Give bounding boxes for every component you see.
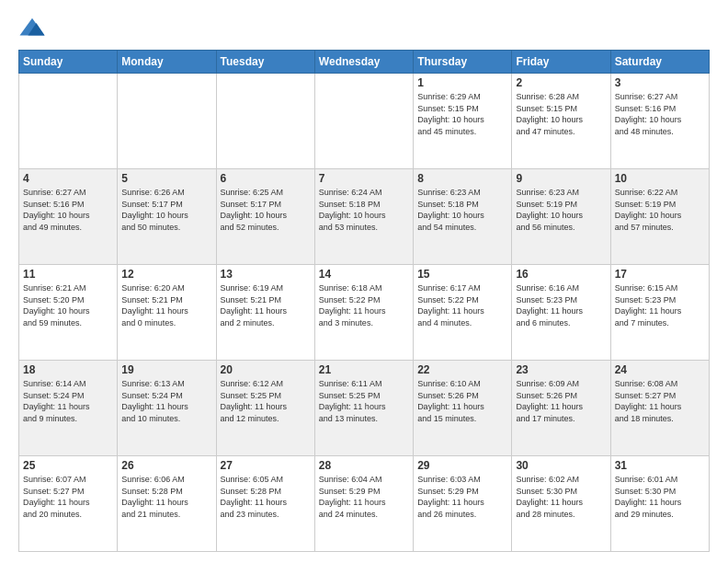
day-header: Thursday: [414, 51, 512, 74]
calendar-cell: 16Sunrise: 6:16 AM Sunset: 5:23 PM Dayli…: [512, 265, 610, 361]
calendar-week: 4Sunrise: 6:27 AM Sunset: 5:16 PM Daylig…: [19, 169, 710, 265]
day-info: Sunrise: 6:25 AM Sunset: 5:17 PM Dayligh…: [221, 187, 311, 233]
logo-icon: [18, 15, 46, 42]
day-info: Sunrise: 6:29 AM Sunset: 5:15 PM Dayligh…: [417, 91, 507, 137]
header-row: SundayMondayTuesdayWednesdayThursdayFrid…: [19, 51, 710, 74]
day-number: 13: [221, 268, 311, 281]
day-number: 14: [319, 268, 409, 281]
day-info: Sunrise: 6:17 AM Sunset: 5:22 PM Dayligh…: [417, 282, 507, 328]
calendar-cell: 13Sunrise: 6:19 AM Sunset: 5:21 PM Dayli…: [216, 265, 314, 361]
day-info: Sunrise: 6:23 AM Sunset: 5:18 PM Dayligh…: [417, 187, 507, 233]
day-info: Sunrise: 6:06 AM Sunset: 5:28 PM Dayligh…: [121, 474, 211, 520]
day-info: Sunrise: 6:12 AM Sunset: 5:25 PM Dayligh…: [221, 378, 311, 424]
calendar-header: SundayMondayTuesdayWednesdayThursdayFrid…: [19, 51, 710, 74]
day-info: Sunrise: 6:16 AM Sunset: 5:23 PM Dayligh…: [516, 282, 606, 328]
day-info: Sunrise: 6:19 AM Sunset: 5:21 PM Dayligh…: [221, 282, 311, 328]
calendar-cell: 3Sunrise: 6:27 AM Sunset: 5:16 PM Daylig…: [610, 74, 709, 169]
day-number: 29: [417, 459, 507, 472]
day-number: 27: [221, 459, 311, 472]
day-info: Sunrise: 6:22 AM Sunset: 5:19 PM Dayligh…: [615, 187, 705, 233]
day-info: Sunrise: 6:14 AM Sunset: 5:24 PM Dayligh…: [23, 378, 113, 424]
calendar: SundayMondayTuesdayWednesdayThursdayFrid…: [18, 50, 710, 552]
calendar-cell: 4Sunrise: 6:27 AM Sunset: 5:16 PM Daylig…: [19, 169, 118, 265]
day-number: 16: [516, 268, 606, 281]
day-number: 26: [121, 459, 211, 472]
day-number: 2: [516, 76, 606, 89]
day-number: 6: [221, 172, 311, 185]
day-info: Sunrise: 6:11 AM Sunset: 5:25 PM Dayligh…: [319, 378, 409, 424]
calendar-cell: 23Sunrise: 6:09 AM Sunset: 5:26 PM Dayli…: [512, 361, 610, 456]
day-number: 9: [516, 172, 606, 185]
calendar-week: 1Sunrise: 6:29 AM Sunset: 5:15 PM Daylig…: [19, 74, 710, 169]
calendar-cell: [216, 74, 314, 169]
day-number: 8: [417, 172, 507, 185]
calendar-body: 1Sunrise: 6:29 AM Sunset: 5:15 PM Daylig…: [19, 74, 710, 552]
calendar-cell: 12Sunrise: 6:20 AM Sunset: 5:21 PM Dayli…: [118, 265, 216, 361]
day-number: 1: [417, 76, 507, 89]
day-info: Sunrise: 6:09 AM Sunset: 5:26 PM Dayligh…: [516, 378, 606, 424]
calendar-cell: 19Sunrise: 6:13 AM Sunset: 5:24 PM Dayli…: [118, 361, 216, 456]
day-info: Sunrise: 6:28 AM Sunset: 5:15 PM Dayligh…: [516, 91, 606, 137]
calendar-cell: 28Sunrise: 6:04 AM Sunset: 5:29 PM Dayli…: [314, 456, 413, 552]
day-number: 19: [121, 363, 211, 376]
calendar-cell: 17Sunrise: 6:15 AM Sunset: 5:23 PM Dayli…: [610, 265, 709, 361]
day-number: 11: [23, 268, 113, 281]
day-number: 20: [221, 363, 311, 376]
calendar-cell: 24Sunrise: 6:08 AM Sunset: 5:27 PM Dayli…: [610, 361, 709, 456]
day-info: Sunrise: 6:23 AM Sunset: 5:19 PM Dayligh…: [516, 187, 606, 233]
day-info: Sunrise: 6:20 AM Sunset: 5:21 PM Dayligh…: [121, 282, 211, 328]
day-number: 22: [417, 363, 507, 376]
day-number: 15: [417, 268, 507, 281]
day-info: Sunrise: 6:03 AM Sunset: 5:29 PM Dayligh…: [417, 474, 507, 520]
calendar-cell: 7Sunrise: 6:24 AM Sunset: 5:18 PM Daylig…: [314, 169, 413, 265]
calendar-cell: 6Sunrise: 6:25 AM Sunset: 5:17 PM Daylig…: [216, 169, 314, 265]
calendar-cell: 15Sunrise: 6:17 AM Sunset: 5:22 PM Dayli…: [414, 265, 512, 361]
day-number: 30: [516, 459, 606, 472]
calendar-cell: 25Sunrise: 6:07 AM Sunset: 5:27 PM Dayli…: [19, 456, 118, 552]
day-info: Sunrise: 6:10 AM Sunset: 5:26 PM Dayligh…: [417, 378, 507, 424]
day-header: Friday: [512, 51, 610, 74]
page: SundayMondayTuesdayWednesdayThursdayFrid…: [0, 0, 728, 563]
day-number: 28: [319, 459, 409, 472]
day-info: Sunrise: 6:18 AM Sunset: 5:22 PM Dayligh…: [319, 282, 409, 328]
calendar-cell: 11Sunrise: 6:21 AM Sunset: 5:20 PM Dayli…: [19, 265, 118, 361]
day-info: Sunrise: 6:26 AM Sunset: 5:17 PM Dayligh…: [121, 187, 211, 233]
day-number: 5: [121, 172, 211, 185]
calendar-cell: 1Sunrise: 6:29 AM Sunset: 5:15 PM Daylig…: [414, 74, 512, 169]
calendar-cell: 18Sunrise: 6:14 AM Sunset: 5:24 PM Dayli…: [19, 361, 118, 456]
day-header: Sunday: [19, 51, 118, 74]
calendar-week: 25Sunrise: 6:07 AM Sunset: 5:27 PM Dayli…: [19, 456, 710, 552]
calendar-cell: 8Sunrise: 6:23 AM Sunset: 5:18 PM Daylig…: [414, 169, 512, 265]
day-info: Sunrise: 6:04 AM Sunset: 5:29 PM Dayligh…: [319, 474, 409, 520]
day-info: Sunrise: 6:27 AM Sunset: 5:16 PM Dayligh…: [23, 187, 113, 233]
day-number: 21: [319, 363, 409, 376]
calendar-cell: 5Sunrise: 6:26 AM Sunset: 5:17 PM Daylig…: [118, 169, 216, 265]
calendar-cell: [118, 74, 216, 169]
calendar-cell: 10Sunrise: 6:22 AM Sunset: 5:19 PM Dayli…: [610, 169, 709, 265]
calendar-cell: 21Sunrise: 6:11 AM Sunset: 5:25 PM Dayli…: [314, 361, 413, 456]
day-number: 12: [121, 268, 211, 281]
day-info: Sunrise: 6:24 AM Sunset: 5:18 PM Dayligh…: [319, 187, 409, 233]
calendar-cell: 2Sunrise: 6:28 AM Sunset: 5:15 PM Daylig…: [512, 74, 610, 169]
day-number: 3: [615, 76, 705, 89]
header: [18, 15, 710, 42]
day-number: 17: [615, 268, 705, 281]
day-info: Sunrise: 6:02 AM Sunset: 5:30 PM Dayligh…: [516, 474, 606, 520]
day-info: Sunrise: 6:07 AM Sunset: 5:27 PM Dayligh…: [23, 474, 113, 520]
day-number: 18: [23, 363, 113, 376]
calendar-cell: 14Sunrise: 6:18 AM Sunset: 5:22 PM Dayli…: [314, 265, 413, 361]
day-header: Monday: [118, 51, 216, 74]
day-header: Saturday: [610, 51, 709, 74]
calendar-cell: 30Sunrise: 6:02 AM Sunset: 5:30 PM Dayli…: [512, 456, 610, 552]
calendar-cell: 31Sunrise: 6:01 AM Sunset: 5:30 PM Dayli…: [610, 456, 709, 552]
calendar-cell: 22Sunrise: 6:10 AM Sunset: 5:26 PM Dayli…: [414, 361, 512, 456]
calendar-cell: 29Sunrise: 6:03 AM Sunset: 5:29 PM Dayli…: [414, 456, 512, 552]
logo: [18, 15, 50, 42]
day-number: 10: [615, 172, 705, 185]
calendar-week: 11Sunrise: 6:21 AM Sunset: 5:20 PM Dayli…: [19, 265, 710, 361]
day-info: Sunrise: 6:01 AM Sunset: 5:30 PM Dayligh…: [615, 474, 705, 520]
day-header: Tuesday: [216, 51, 314, 74]
day-number: 4: [23, 172, 113, 185]
day-info: Sunrise: 6:13 AM Sunset: 5:24 PM Dayligh…: [121, 378, 211, 424]
day-number: 23: [516, 363, 606, 376]
